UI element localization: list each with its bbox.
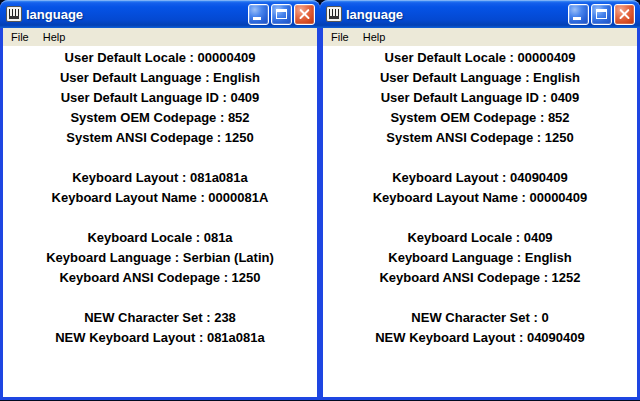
menubar: File Help [3,28,317,46]
info-line: Keyboard Locale : 0409 [323,228,637,248]
info-line: System ANSI Codepage : 1250 [323,128,637,148]
info-group: User Default Locale : 00000409User Defau… [3,48,317,148]
locale-info-panel: User Default Locale : 00000409User Defau… [323,46,637,397]
maximize-icon [596,9,607,19]
info-line: Keyboard Layout : 04090409 [323,168,637,188]
info-line: Keyboard ANSI Codepage : 1252 [323,268,637,288]
minimize-icon [253,17,261,20]
info-line: User Default Language ID : 0409 [323,88,637,108]
keyboard-app-icon[interactable] [326,6,342,22]
info-line: Keyboard Locale : 081a [3,228,317,248]
info-group: Keyboard Locale : 081aKeyboard Language … [3,228,317,288]
close-icon [295,5,314,24]
titlebar[interactable]: language [0,0,320,28]
info-group: Keyboard Locale : 0409Keyboard Language … [323,228,637,288]
info-group: NEW Character Set : 238NEW Keyboard Layo… [3,308,317,348]
language-window-left: language File Help User Default Locale :… [0,0,320,400]
info-line: Keyboard Layout : 081a081a [3,168,317,188]
menu-file[interactable]: File [4,30,36,45]
maximize-icon [276,9,287,19]
info-group: Keyboard Layout : 081a081aKeyboard Layou… [3,168,317,208]
info-line: User Default Locale : 00000409 [323,48,637,68]
info-group: NEW Character Set : 0NEW Keyboard Layout… [323,308,637,348]
info-line: User Default Locale : 00000409 [3,48,317,68]
close-button[interactable] [294,4,315,25]
info-line: System OEM Codepage : 852 [323,108,637,128]
menu-help[interactable]: Help [36,30,73,45]
info-line: NEW Keyboard Layout : 04090409 [323,328,637,348]
window-frame: File Help User Default Locale : 00000409… [3,28,317,397]
info-line: Keyboard ANSI Codepage : 1250 [3,268,317,288]
info-line: Keyboard Language : English [323,248,637,268]
window-title: language [346,7,568,22]
info-line: User Default Language ID : 0409 [3,88,317,108]
info-group: Keyboard Layout : 04090409Keyboard Layou… [323,168,637,208]
minimize-button[interactable] [248,4,269,25]
info-line: NEW Character Set : 0 [323,308,637,328]
keyboard-app-icon[interactable] [6,6,22,22]
menubar: File Help [323,28,637,46]
language-window-right: language File Help User Default Locale :… [320,0,640,400]
window-controls [248,4,315,25]
info-line: NEW Keyboard Layout : 081a081a [3,328,317,348]
minimize-button[interactable] [568,4,589,25]
window-frame: File Help User Default Locale : 00000409… [323,28,637,397]
info-line: System ANSI Codepage : 1250 [3,128,317,148]
titlebar[interactable]: language [320,0,640,28]
desktop: { "colors": { "window_border": "#1E46E2"… [0,0,640,401]
maximize-button[interactable] [591,4,612,25]
info-line: User Default Language : English [3,68,317,88]
info-line: Keyboard Language : Serbian (Latin) [3,248,317,268]
info-line: NEW Character Set : 238 [3,308,317,328]
info-line: User Default Language : English [323,68,637,88]
maximize-button[interactable] [271,4,292,25]
info-line: Keyboard Layout Name : 00000409 [323,188,637,208]
info-line: Keyboard Layout Name : 0000081A [3,188,317,208]
minimize-icon [573,17,581,20]
window-controls [568,4,635,25]
close-icon [615,5,634,24]
close-button[interactable] [614,4,635,25]
menu-help[interactable]: Help [356,30,393,45]
info-group: User Default Locale : 00000409User Defau… [323,48,637,148]
window-title: language [26,7,248,22]
info-line: System OEM Codepage : 852 [3,108,317,128]
menu-file[interactable]: File [324,30,356,45]
locale-info-panel: User Default Locale : 00000409User Defau… [3,46,317,397]
